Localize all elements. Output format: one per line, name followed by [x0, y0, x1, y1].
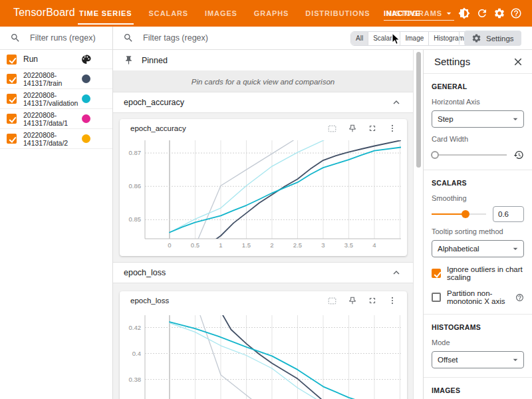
tag-filter-input[interactable]	[142, 33, 277, 43]
general-heading: GENERAL	[432, 82, 524, 90]
svg-text:0.5: 0.5	[191, 241, 200, 249]
tab-distributions[interactable]: DISTRIBUTIONS	[305, 0, 370, 27]
run-color-dot	[82, 114, 90, 123]
horizontal-axis-select[interactable]: Step	[432, 110, 524, 128]
scrollbar-thumb[interactable]	[416, 52, 421, 168]
help-icon[interactable]	[510, 7, 522, 19]
partition-x-axis-checkbox[interactable]	[432, 293, 441, 302]
scalar-card-epoch-loss: epoch_loss 00.511.522.533.540.360.380.40…	[120, 291, 407, 399]
run-select-all-checkbox[interactable]	[7, 55, 17, 65]
svg-text:0.38: 0.38	[129, 376, 142, 383]
pin-icon[interactable]	[348, 124, 357, 133]
chevron-down-icon	[510, 243, 521, 254]
svg-text:0.4: 0.4	[132, 350, 141, 357]
run-checkbox[interactable]	[7, 134, 17, 144]
reload-status-select[interactable]: INACTIVE	[384, 6, 454, 21]
pinned-title: Pinned	[142, 56, 168, 65]
smoothing-slider[interactable]	[432, 208, 486, 220]
settings-panel-body: GENERAL Horizontal Axis Step Card Width …	[424, 82, 532, 399]
chevron-down-icon	[444, 8, 454, 19]
run-row-validation[interactable]: 20220808-141317/validation	[0, 89, 112, 109]
chevron-up-icon[interactable]	[390, 96, 402, 108]
svg-text:2.5: 2.5	[293, 241, 302, 249]
tag-filter-bar	[123, 27, 277, 49]
partition-x-axis-row[interactable]: Partition non-monotonic X axis	[432, 289, 524, 305]
tooltip-sorting-select[interactable]: Alphabetical	[432, 240, 524, 257]
histogram-mode-label: Mode	[432, 338, 524, 346]
mouse-cursor	[392, 33, 401, 46]
run-row-data1[interactable]: 20220808-141317/data/1	[0, 109, 112, 129]
card-actions	[327, 296, 397, 306]
run-color-dot	[82, 74, 90, 83]
run-filter-input[interactable]	[29, 33, 108, 43]
gear-icon[interactable]	[493, 7, 505, 19]
svg-text:0.87: 0.87	[129, 149, 142, 156]
run-row-train[interactable]: 20220808-141317/train	[0, 69, 112, 89]
section-body-accuracy: epoch_accuracy 00.511.522.533.540.850.86…	[113, 113, 413, 262]
images-heading: IMAGES	[432, 386, 524, 394]
divider	[424, 314, 532, 315]
fullscreen-icon[interactable]	[368, 124, 377, 133]
tab-scalars[interactable]: SCALARS	[149, 0, 188, 27]
chevron-down-icon	[510, 354, 521, 365]
ignore-outliers-row[interactable]: Ignore outliers in chart scaling	[432, 265, 524, 281]
toolbar-divider	[459, 31, 460, 45]
epoch-accuracy-chart[interactable]: 00.511.522.533.540.850.860.87	[120, 138, 407, 256]
fit-to-data-icon[interactable]	[327, 124, 337, 134]
palette-icon[interactable]	[80, 54, 92, 65]
histogram-mode-select[interactable]: Offset	[432, 351, 524, 368]
more-options-icon[interactable]	[388, 124, 397, 133]
tag-toolbar: All Scalars Image Histogram Settings	[113, 27, 532, 50]
help-icon[interactable]	[515, 293, 524, 302]
scalars-heading: SCALARS	[432, 179, 524, 187]
card-width-slider[interactable]	[432, 149, 507, 161]
chevron-up-icon[interactable]	[390, 267, 402, 279]
run-label: 20220808-141317/validation	[23, 91, 82, 107]
reset-icon[interactable]	[513, 150, 524, 160]
settings-button-label: Settings	[486, 35, 514, 43]
svg-text:4: 4	[372, 241, 376, 249]
fullscreen-icon[interactable]	[368, 296, 377, 305]
reload-status-value: INACTIVE	[384, 9, 420, 17]
search-icon	[123, 33, 134, 43]
run-checkbox[interactable]	[7, 74, 17, 84]
epoch-loss-chart[interactable]: 00.511.522.533.540.360.380.40.42	[120, 310, 407, 399]
histograms-heading: HISTOGRAMS	[432, 323, 524, 331]
run-list-header: Run	[0, 50, 112, 69]
tab-graphs[interactable]: GRAPHS	[254, 0, 289, 27]
filter-chip-histogram[interactable]: Histogram	[429, 32, 469, 45]
gear-icon	[471, 33, 481, 43]
filter-chip-all[interactable]: All	[351, 32, 368, 45]
ignore-outliers-label: Ignore outliers in chart scaling	[447, 265, 524, 281]
section-header-epoch-loss[interactable]: epoch_loss	[113, 262, 413, 283]
tooltip-sorting-label: Tooltip sorting method	[432, 227, 524, 235]
refresh-icon[interactable]	[476, 7, 488, 19]
fit-to-data-icon[interactable]	[327, 296, 337, 306]
section-title: epoch_loss	[124, 268, 166, 277]
run-checkbox[interactable]	[7, 114, 17, 124]
section-header-epoch-accuracy[interactable]: epoch_accuracy	[113, 92, 413, 113]
settings-panel: Settings GENERAL Horizontal Axis Step Ca…	[423, 50, 532, 399]
smoothing-row: 0.6	[432, 208, 524, 220]
run-checkbox[interactable]	[7, 94, 17, 104]
run-row-data2[interactable]: 20220808-141317/data/2	[0, 129, 112, 149]
more-options-icon[interactable]	[388, 296, 397, 305]
tab-time-series[interactable]: TIME SERIES	[79, 0, 132, 27]
close-icon[interactable]	[512, 56, 524, 68]
settings-panel-header: Settings	[424, 50, 532, 74]
settings-button[interactable]: Settings	[464, 31, 521, 46]
partition-x-axis-label: Partition non-monotonic X axis	[447, 289, 509, 305]
svg-text:1: 1	[219, 241, 222, 249]
app-header: TensorBoard TIME SERIES SCALARS IMAGES G…	[0, 0, 532, 27]
smoothing-input[interactable]: 0.6	[493, 206, 524, 222]
pin-empty-notice: Pin cards for a quick view and compariso…	[113, 71, 413, 92]
tab-images[interactable]: IMAGES	[205, 0, 237, 27]
run-color-dot	[82, 94, 90, 103]
runs-sidebar: Run 20220808-141317/train 20220808-14131…	[0, 27, 113, 399]
filter-chip-image[interactable]: Image	[400, 32, 429, 45]
pin-icon[interactable]	[348, 296, 357, 305]
ignore-outliers-checkbox[interactable]	[432, 269, 441, 278]
brightness-icon[interactable]	[458, 7, 470, 19]
slider-knob[interactable]	[431, 151, 439, 159]
slider-knob[interactable]	[462, 210, 469, 218]
